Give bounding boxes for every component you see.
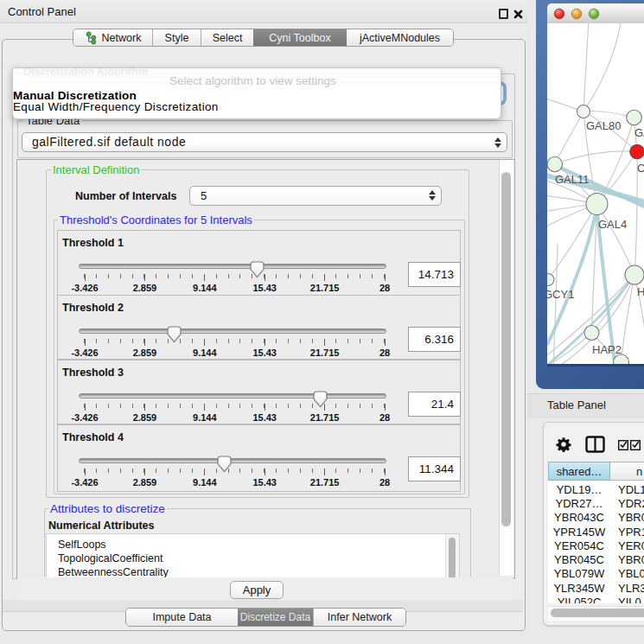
svg-text:C: C — [637, 162, 644, 175]
svg-text:GAL11: GAL11 — [555, 173, 590, 186]
svg-text:H: H — [637, 285, 644, 298]
svg-text:GAL: GAL — [634, 126, 644, 139]
svg-text:HAP2: HAP2 — [592, 343, 622, 356]
svg-text:GCY1: GCY1 — [547, 288, 574, 301]
svg-text:GAL4: GAL4 — [598, 218, 627, 231]
svg-text:GAL80: GAL80 — [586, 119, 621, 132]
